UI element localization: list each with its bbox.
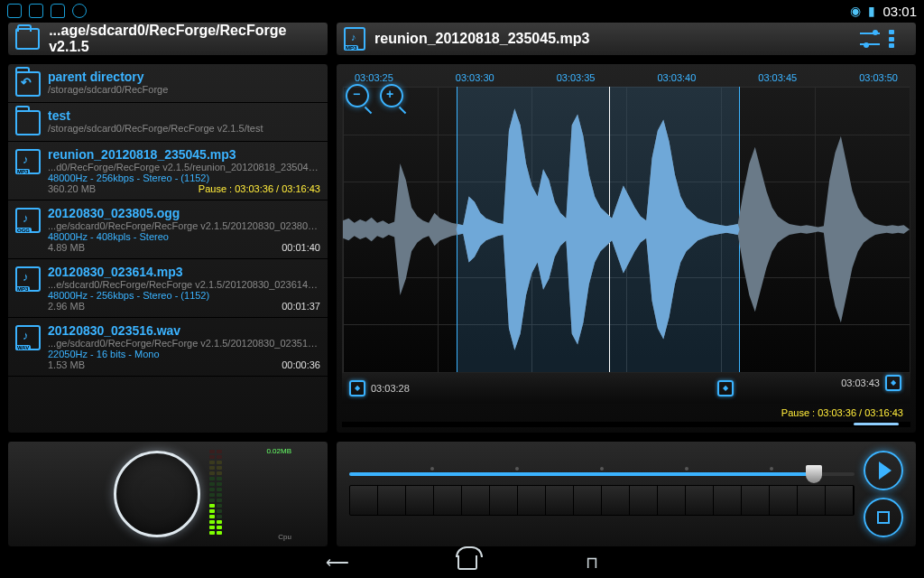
home-button[interactable] — [457, 555, 477, 570]
marker-right-icon[interactable]: ◆ — [885, 375, 901, 391]
timeline-overview[interactable] — [349, 485, 855, 516]
waveform-panel: 03:03:25 03:03:30 03:03:35 03:03:40 03:0… — [336, 63, 917, 434]
record-button[interactable] — [114, 451, 200, 537]
vu-cpu-label: Cpu — [278, 533, 291, 541]
marker-row: ◆ 03:03:28 ◆ 03:03:43 ◆ — [342, 373, 910, 404]
file-format: 48000Hz - 408kpls - Stereo — [48, 231, 320, 242]
battery-icon: ▮ — [868, 4, 875, 18]
android-nav-bar: ⟵ ⊓ — [0, 547, 924, 578]
file-size: 4.89 MB — [48, 242, 85, 253]
marker-left-icon[interactable]: ◆ — [349, 380, 365, 396]
time-tick: 03:03:50 — [859, 72, 898, 83]
file-duration: 00:01:37 — [282, 301, 320, 312]
file-item[interactable]: ♪MP3 reunion_20120818_235045.mp3 ...d0/R… — [8, 142, 328, 200]
time-tick: 03:03:45 — [758, 72, 797, 83]
time-axis: 03:03:25 03:03:30 03:03:35 03:03:40 03:0… — [342, 70, 910, 86]
file-path: ...ge/sdcard0/RecForge/RecForge v2.1.5/2… — [48, 220, 320, 231]
back-button[interactable]: ⟵ — [326, 553, 349, 573]
mp3-file-icon: ♪MP3 — [15, 266, 41, 292]
waveform-scrollbar[interactable] — [342, 422, 910, 427]
wifi-icon: ◉ — [850, 4, 861, 18]
marker-right-time: 03:03:43 — [841, 378, 880, 388]
clock: 03:01 — [882, 4, 917, 19]
wav-file-icon: ♪WAV — [15, 325, 41, 350]
status-app-icon — [29, 4, 43, 18]
file-path: ...d0/RecForge/RecForge v2.1.5/reunion_2… — [48, 162, 320, 172]
playback-pause-status: Pause : 03:03:36 / 03:16:43 — [781, 407, 903, 418]
file-path: /storage/sdcard0/RecForge/RecForge v2.1.… — [48, 123, 320, 134]
marker-left-time: 03:03:28 — [371, 383, 410, 394]
file-item-parent[interactable]: parent directory /storage/sdcard0/RecFor… — [8, 64, 328, 103]
file-duration: 00:00:36 — [282, 359, 320, 370]
file-title: test — [48, 108, 320, 123]
playback-panel — [336, 441, 917, 547]
file-size: 2.96 MB — [48, 301, 85, 312]
status-icons-right: ◉ ▮ 03:01 — [850, 4, 917, 19]
equalizer-button[interactable] — [860, 30, 880, 48]
status-app-icon — [72, 4, 87, 18]
file-format: 48000Hz - 256kbps - Stereo - (1152) — [48, 172, 320, 183]
file-path: ...ge/sdcard0/RecForge/RecForge v2.1.5/2… — [48, 338, 320, 349]
mp3-file-icon: ♪MP3 — [15, 149, 41, 174]
up-folder-icon — [15, 71, 41, 97]
file-format: 48000Hz - 256kbps - Stereo - (1152) — [48, 290, 320, 301]
folder-icon — [15, 28, 40, 50]
time-tick: 03:03:40 — [657, 72, 696, 83]
menu-button[interactable] — [889, 30, 909, 48]
waveform-area[interactable] — [342, 86, 910, 373]
file-path: ...e/sdcard0/RecForge/RecForge v2.1.5/20… — [48, 279, 320, 290]
file-title: 20120830_023614.mp3 — [48, 265, 320, 279]
zoom-out-button[interactable] — [346, 84, 369, 107]
file-duration: 00:01:40 — [282, 242, 320, 253]
file-size: 360.20 MB — [48, 183, 96, 194]
seek-slider[interactable] — [349, 472, 855, 476]
file-item[interactable]: ♪WAV 20120830_023516.wav ...ge/sdcard0/R… — [8, 318, 328, 377]
status-icons-left — [7, 4, 87, 18]
file-title: 20120830_023516.wav — [48, 323, 320, 338]
record-panel: 0.02MB Cpu — [7, 441, 328, 547]
folder-icon — [15, 110, 41, 135]
time-tick: 03:03:35 — [557, 72, 596, 83]
file-path: /storage/sdcard0/RecForge — [48, 84, 320, 95]
file-size: 1.53 MB — [48, 359, 85, 370]
recent-apps-button[interactable]: ⊓ — [586, 553, 598, 573]
file-pause-status: Pause : 03:03:36 / 03:16:43 — [199, 183, 320, 194]
seek-thumb[interactable] — [806, 465, 822, 483]
status-bar: ◉ ▮ 03:01 — [0, 0, 924, 22]
file-list[interactable]: parent directory /storage/sdcard0/RecFor… — [7, 63, 328, 434]
time-tick: 03:03:25 — [355, 72, 393, 83]
file-title: parent directory — [48, 70, 320, 84]
status-app-icon — [51, 4, 65, 18]
current-file-title: reunion_20120818_235045.mp3 — [374, 31, 589, 47]
folder-path: ...age/sdcard0/RecForge/RecForge v2.1.5 — [49, 23, 320, 55]
file-item[interactable]: ♪MP3 20120830_023614.mp3 ...e/sdcard0/Re… — [8, 259, 328, 318]
status-app-icon — [7, 4, 22, 18]
file-item-folder[interactable]: test /storage/sdcard0/RecForge/RecForge … — [8, 103, 328, 142]
play-button[interactable] — [864, 451, 903, 490]
mp3-file-icon: ♪MP3 — [344, 27, 365, 51]
file-item[interactable]: ♪OGG 20120830_023805.ogg ...ge/sdcard0/R… — [8, 200, 328, 259]
marker-center-icon[interactable]: ◆ — [717, 380, 734, 396]
current-file-header: ♪MP3 reunion_20120818_235045.mp3 — [336, 22, 917, 56]
stop-button[interactable] — [864, 498, 903, 537]
vu-size-label: 0.02MB — [266, 447, 291, 455]
time-tick: 03:03:30 — [456, 72, 494, 83]
file-title: reunion_20120818_235045.mp3 — [48, 147, 320, 162]
ogg-file-icon: ♪OGG — [15, 208, 41, 233]
file-format: 22050Hz - 16 bits - Mono — [48, 349, 320, 359]
zoom-in-button[interactable] — [380, 84, 403, 107]
folder-path-header[interactable]: ...age/sdcard0/RecForge/RecForge v2.1.5 — [7, 22, 328, 56]
file-title: 20120830_023805.ogg — [48, 206, 320, 220]
vu-meter — [209, 453, 222, 535]
